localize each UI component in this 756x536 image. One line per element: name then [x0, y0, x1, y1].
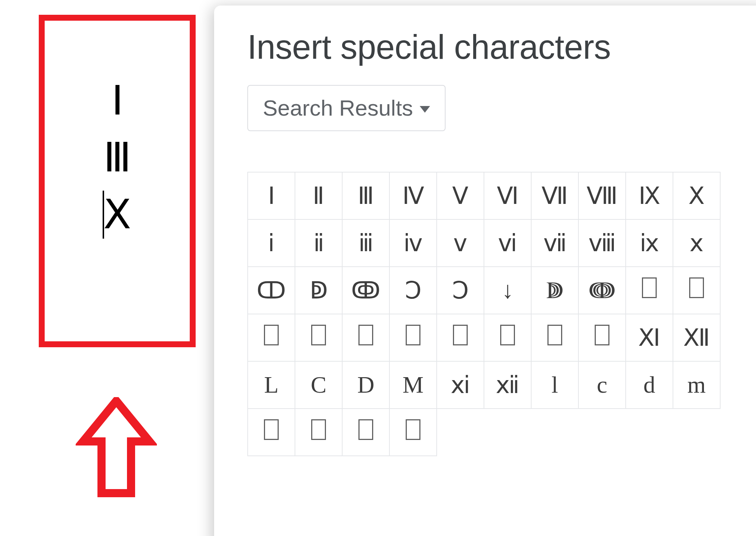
character-cell[interactable]: L [248, 361, 295, 409]
placeholder-glyph-icon [500, 325, 515, 345]
character-cell[interactable] [673, 267, 720, 314]
character-cell[interactable]: ↁ [295, 267, 342, 314]
character-cell[interactable]: Ⅲ [342, 172, 389, 219]
character-cell[interactable]: ⅸ [626, 219, 673, 267]
character-cell[interactable]: Ⅶ [531, 172, 578, 219]
arrow-up-annotation-icon [76, 397, 157, 502]
character-cell[interactable]: Ⅻ [673, 314, 720, 361]
character-cell[interactable]: ⅵ [484, 219, 531, 267]
document-line-2: Ⅲ [103, 129, 131, 186]
character-cell[interactable] [248, 314, 295, 361]
character-cell[interactable]: Ⅺ [626, 314, 673, 361]
character-cell[interactable] [389, 314, 437, 361]
character-cell[interactable]: c [578, 361, 626, 409]
placeholder-glyph-icon [547, 325, 562, 345]
placeholder-glyph-icon [406, 325, 420, 345]
character-cell[interactable]: ⅻ [484, 361, 531, 409]
character-cell[interactable] [437, 314, 484, 361]
placeholder-glyph-icon [311, 325, 326, 345]
placeholder-glyph-icon [311, 419, 326, 440]
category-dropdown-label: Search Results [263, 95, 413, 121]
character-cell[interactable] [248, 409, 295, 456]
character-cell[interactable]: ↀ [248, 267, 295, 314]
character-cell[interactable] [626, 267, 673, 314]
character-cell[interactable] [578, 314, 626, 361]
character-cell[interactable]: d [626, 361, 673, 409]
character-cell[interactable]: Ⅹ [673, 172, 720, 219]
character-cell[interactable] [484, 314, 531, 361]
placeholder-glyph-icon [358, 325, 373, 345]
character-cell[interactable] [389, 409, 437, 456]
character-cell[interactable] [295, 314, 342, 361]
character-cell[interactable]: ⅰ [248, 219, 295, 267]
character-cell[interactable]: ⅷ [578, 219, 626, 267]
character-cell[interactable]: l [531, 361, 578, 409]
chevron-down-icon [420, 106, 430, 113]
character-cell[interactable] [295, 409, 342, 456]
placeholder-glyph-icon [264, 325, 279, 345]
placeholder-glyph-icon [358, 419, 373, 440]
character-cell[interactable]: ⅹ [673, 219, 720, 267]
placeholder-glyph-icon [264, 419, 279, 440]
placeholder-glyph-icon [689, 277, 704, 298]
character-cell[interactable] [342, 314, 389, 361]
placeholder-glyph-icon [406, 419, 420, 440]
character-cell[interactable]: C [295, 361, 342, 409]
character-cell[interactable]: ⅳ [389, 219, 437, 267]
character-grid: ⅠⅡⅢⅣⅤⅥⅦⅧⅨⅩⅰⅱⅲⅳⅴⅵⅶⅷⅸⅹↀↁↂↃↃ↓ↇↈⅪⅫLCDMⅺⅻlcdm [247, 172, 721, 456]
character-cell[interactable]: Ⅳ [389, 172, 437, 219]
placeholder-glyph-icon [453, 325, 468, 345]
character-cell[interactable] [531, 314, 578, 361]
text-cursor [103, 191, 104, 239]
character-cell[interactable]: M [389, 361, 437, 409]
character-cell[interactable]: ⅶ [531, 219, 578, 267]
category-dropdown[interactable]: Search Results [247, 85, 446, 131]
character-cell[interactable]: D [342, 361, 389, 409]
placeholder-glyph-icon [642, 277, 657, 298]
character-cell[interactable]: Ⅷ [578, 172, 626, 219]
insert-special-characters-dialog: Insert special characters Search Results… [214, 6, 756, 536]
character-cell[interactable]: ↇ [531, 267, 578, 314]
document-line-3: Ⅹ [103, 186, 131, 243]
document-text-area[interactable]: Ⅰ Ⅲ Ⅹ [103, 72, 131, 243]
character-cell[interactable]: ⅴ [437, 219, 484, 267]
character-cell[interactable]: ⅺ [437, 361, 484, 409]
character-cell[interactable]: Ⅰ [248, 172, 295, 219]
dialog-title: Insert special characters [247, 28, 754, 66]
character-cell[interactable] [342, 409, 389, 456]
character-cell[interactable]: ↓ [484, 267, 531, 314]
character-cell[interactable]: m [673, 361, 720, 409]
placeholder-glyph-icon [595, 325, 609, 345]
character-cell[interactable]: Ⅴ [437, 172, 484, 219]
character-cell[interactable]: Ↄ [389, 267, 437, 314]
document-line-1: Ⅰ [103, 72, 131, 129]
character-cell[interactable]: Ⅵ [484, 172, 531, 219]
character-cell[interactable]: ↂ [342, 267, 389, 314]
character-cell[interactable]: ⅱ [295, 219, 342, 267]
character-cell[interactable]: Ↄ [437, 267, 484, 314]
document-snippet-box: Ⅰ Ⅲ Ⅹ [39, 15, 196, 347]
character-cell[interactable]: ⅲ [342, 219, 389, 267]
character-cell[interactable]: Ⅸ [626, 172, 673, 219]
character-cell[interactable]: Ⅱ [295, 172, 342, 219]
character-cell[interactable]: ↈ [578, 267, 626, 314]
